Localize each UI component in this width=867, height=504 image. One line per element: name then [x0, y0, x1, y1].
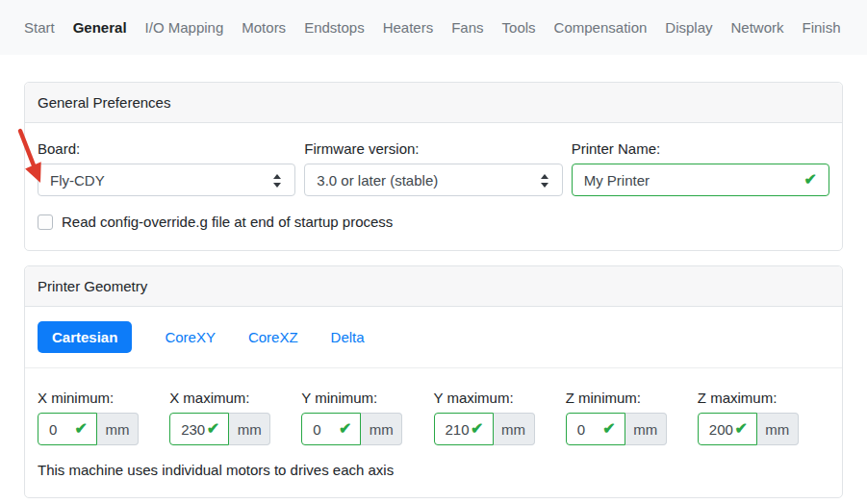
firmware-label: Firmware version:: [304, 140, 562, 157]
printer-geometry-title: Printer Geometry: [25, 266, 842, 307]
z-maximum-unit: mm: [757, 413, 799, 445]
general-preferences-card: General Preferences Board: Fly-CDY Firmw…: [24, 82, 843, 251]
x-maximum-input[interactable]: 230 ✔: [169, 413, 229, 445]
z-minimum-field: Z minimum: 0 ✔ mm: [566, 390, 698, 445]
nav-item-compensation[interactable]: Compensation: [554, 19, 648, 36]
x-maximum-unit: mm: [229, 413, 270, 445]
nav-item-general[interactable]: General: [73, 19, 127, 36]
geometry-note: This machine uses individual motors to d…: [38, 462, 829, 478]
board-select-value: Fly-CDY: [50, 172, 105, 189]
y-maximum-label: Y maximum:: [434, 390, 566, 406]
firmware-select[interactable]: 3.0 or later (stable): [304, 164, 562, 196]
z-minimum-value: 0: [577, 421, 585, 438]
z-maximum-input[interactable]: 200 ✔: [698, 413, 757, 445]
geometry-body: X minimum: 0 ✔ mm X maximum: 230: [25, 368, 842, 497]
valid-check-icon: ✔: [602, 421, 615, 437]
general-preferences-body: Board: Fly-CDY Firmware version: 3.0 or …: [25, 123, 842, 250]
z-minimum-unit: mm: [625, 413, 667, 445]
valid-check-icon: ✔: [471, 421, 483, 437]
valid-check-icon: ✔: [734, 421, 747, 437]
x-minimum-value: 0: [49, 421, 57, 438]
nav-item-display[interactable]: Display: [665, 19, 712, 36]
nav-item-network[interactable]: Network: [731, 19, 784, 36]
nav-item-endstops[interactable]: Endstops: [304, 19, 365, 36]
z-minimum-label: Z minimum:: [566, 390, 698, 406]
general-preferences-title: General Preferences: [25, 83, 842, 123]
y-minimum-value: 0: [313, 421, 320, 438]
x-minimum-field: X minimum: 0 ✔ mm: [38, 390, 169, 445]
page-content: General Preferences Board: Fly-CDY Firmw…: [0, 55, 867, 498]
x-maximum-label: X maximum:: [169, 390, 301, 406]
z-maximum-field: Z maximum: 200 ✔ mm: [698, 390, 829, 445]
x-minimum-unit: mm: [97, 413, 139, 445]
nav-item-tools[interactable]: Tools: [502, 19, 536, 36]
printer-name-input-wrapper: ✔: [572, 164, 829, 196]
tab-corexy[interactable]: CoreXY: [165, 329, 216, 345]
board-select[interactable]: Fly-CDY: [38, 164, 295, 196]
y-maximum-input[interactable]: 210 ✔: [434, 413, 494, 445]
valid-check-icon: ✔: [804, 172, 817, 188]
tab-cartesian[interactable]: Cartesian: [38, 321, 132, 353]
z-minimum-input[interactable]: 0 ✔: [566, 413, 625, 445]
select-caret-icon: [540, 174, 549, 190]
config-override-label: Read config-override.g file at end of st…: [62, 214, 393, 230]
nav-item-motors[interactable]: Motors: [242, 19, 286, 36]
tab-delta[interactable]: Delta: [331, 329, 365, 345]
x-minimum-input[interactable]: 0 ✔: [38, 413, 97, 445]
x-maximum-field: X maximum: 230 ✔ mm: [169, 390, 301, 445]
nav-item-heaters[interactable]: Heaters: [383, 19, 434, 36]
y-minimum-label: Y minimum:: [301, 390, 433, 406]
board-label: Board:: [38, 140, 295, 157]
config-override-row: Read config-override.g file at end of st…: [38, 214, 829, 230]
nav-item-io-mapping[interactable]: I/O Mapping: [145, 19, 224, 36]
firmware-select-value: 3.0 or later (stable): [317, 172, 438, 189]
y-maximum-unit: mm: [494, 413, 535, 445]
select-caret-icon: [272, 174, 282, 190]
x-minimum-label: X minimum:: [38, 390, 169, 406]
x-maximum-value: 230: [181, 421, 205, 438]
z-maximum-label: Z maximum:: [698, 390, 829, 406]
valid-check-icon: ✔: [75, 421, 88, 437]
y-minimum-unit: mm: [361, 413, 402, 445]
config-override-checkbox[interactable]: [38, 214, 53, 230]
tab-corexz[interactable]: CoreXZ: [248, 329, 298, 345]
nav-item-fans[interactable]: Fans: [451, 19, 483, 36]
nav-item-start[interactable]: Start: [24, 19, 55, 36]
geometry-tabs: Cartesian CoreXY CoreXZ Delta: [25, 307, 842, 368]
y-maximum-value: 210: [446, 421, 470, 438]
printer-name-label: Printer Name:: [572, 140, 829, 157]
printer-name-input[interactable]: [584, 172, 800, 189]
y-minimum-input[interactable]: 0 ✔: [301, 413, 361, 445]
firmware-field: Firmware version: 3.0 or later (stable): [304, 140, 562, 196]
nav-item-finish[interactable]: Finish: [803, 19, 841, 36]
board-field: Board: Fly-CDY: [38, 140, 295, 196]
printer-name-field: Printer Name: ✔: [572, 140, 829, 196]
printer-geometry-card: Printer Geometry Cartesian CoreXY CoreXZ…: [24, 265, 843, 498]
valid-check-icon: ✔: [207, 421, 219, 437]
y-maximum-field: Y maximum: 210 ✔ mm: [434, 390, 566, 445]
y-minimum-field: Y minimum: 0 ✔ mm: [301, 390, 433, 445]
z-maximum-value: 200: [709, 421, 733, 438]
wizard-nav: Start General I/O Mapping Motors Endstop…: [0, 0, 867, 55]
valid-check-icon: ✔: [339, 421, 351, 437]
